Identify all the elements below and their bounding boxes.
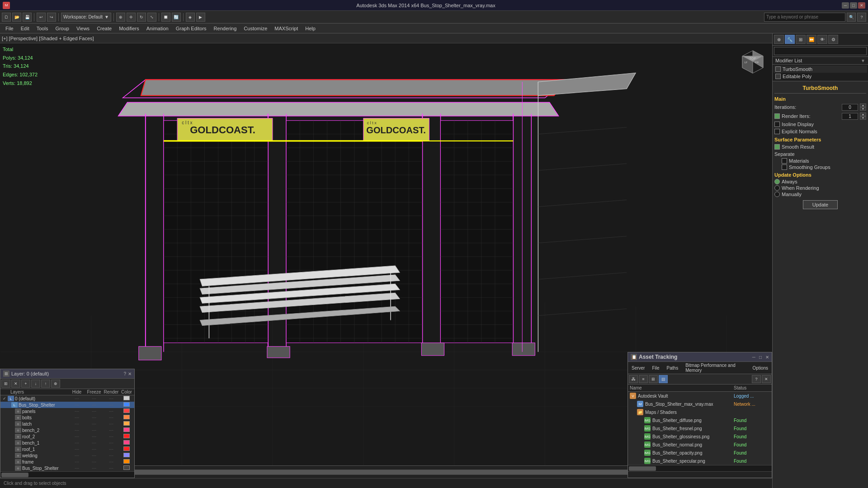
asset-menu-server[interactable]: Server	[628, 365, 648, 371]
menu-tools[interactable]: Tools	[33, 25, 52, 32]
ts-render-iters-spinner[interactable]: ▲ ▼	[860, 113, 866, 120]
modifier-list-expand[interactable]: ▼	[861, 58, 865, 63]
render-btn[interactable]: ▶	[196, 13, 205, 22]
asset-row-glossiness[interactable]: IMG Bus_Shelter_glossiness.png Found	[628, 432, 772, 441]
asset-menu-bitmap-perf[interactable]: Bitmap Performance and Memory	[682, 362, 749, 374]
minimize-btn[interactable]: ─	[842, 2, 849, 9]
asset-row-vault[interactable]: V Autodesk Vault Logged ...	[628, 392, 772, 400]
asset-icon-2[interactable]: ≡	[639, 375, 648, 383]
display-btn[interactable]: 👁	[817, 35, 827, 44]
layer-row-welding[interactable]: ○ welding ···· ···· ····	[0, 452, 134, 459]
menu-modifiers[interactable]: Modifiers	[115, 25, 143, 32]
ts-iterations-input[interactable]	[842, 104, 858, 111]
select-btn[interactable]: ⊕	[116, 13, 125, 22]
scale-btn[interactable]: ⤡	[147, 13, 156, 22]
menu-maxscript[interactable]: MAXScript	[271, 25, 302, 32]
layer-row-bench1[interactable]: ○ bench_1 ···· ···· ····	[0, 440, 134, 446]
open-btn[interactable]: 📂	[12, 13, 21, 22]
asset-row-maps[interactable]: 📁 Maps / Shaders	[628, 408, 772, 416]
layer-icon-btn6[interactable]: ⊕	[51, 380, 60, 388]
ts-smooth-result-checkbox[interactable]	[774, 144, 780, 150]
material-btn[interactable]: ◈	[186, 13, 195, 22]
asset-icon-3[interactable]: ⊞	[649, 375, 658, 383]
layer-icon-btn5[interactable]: ↑	[41, 380, 50, 388]
menu-views[interactable]: Views	[73, 25, 93, 32]
asset-icon-help[interactable]: ?	[752, 375, 761, 383]
ts-manually-radio[interactable]	[774, 192, 780, 197]
layer-row-latch[interactable]: ○ latch ···· ···· ····	[0, 421, 134, 427]
layer-row-busstopshelter[interactable]: L Bus_Stop_Shelter ···· ···· ····	[0, 402, 134, 408]
utilities-btn[interactable]: ⚙	[828, 35, 838, 44]
ts-smoothing-checkbox[interactable]	[782, 164, 787, 170]
asset-row-normal[interactable]: IMG Bus_Shelter_normal.png Found	[628, 441, 772, 449]
layer-row-bench2[interactable]: ○ bench_2 ···· ···· ····	[0, 427, 134, 433]
asset-icon-close2[interactable]: ✕	[762, 375, 771, 383]
menu-rendering[interactable]: Rendering	[210, 25, 241, 32]
rotate-btn[interactable]: ↻	[137, 13, 146, 22]
motion-btn[interactable]: ⏩	[807, 35, 816, 44]
snap-btn[interactable]: 🔲	[161, 13, 170, 22]
close-btn[interactable]: ✕	[858, 2, 865, 9]
menu-group[interactable]: Group	[52, 25, 73, 32]
ts-update-button[interactable]: Update	[803, 200, 838, 209]
asset-panel-close-btn[interactable]: ✕	[765, 355, 769, 360]
layer-hscroll[interactable]	[0, 471, 134, 478]
asset-hscroll[interactable]	[628, 465, 772, 471]
menu-help[interactable]: Help	[302, 25, 319, 32]
layer-panel-help-btn[interactable]: ?	[123, 371, 126, 376]
modifier-item-editablepoly[interactable]: Editable Poly	[774, 73, 867, 80]
question-btn[interactable]: ?	[857, 13, 866, 22]
ts-when-rendering-radio[interactable]	[774, 185, 780, 191]
ts-explicit-checkbox[interactable]	[774, 129, 780, 134]
ts-render-iters-input[interactable]	[842, 113, 858, 120]
layer-row-panels[interactable]: ○ panels ···· ···· ····	[0, 408, 134, 414]
asset-row-specular[interactable]: IMG Bus_Shelter_specular.png Found	[628, 457, 772, 465]
layer-row-bolts[interactable]: ○ bolts ···· ···· ····	[0, 414, 134, 421]
ts-isoline-checkbox[interactable]	[774, 122, 780, 127]
menu-create[interactable]: Create	[93, 25, 115, 32]
nav-cube[interactable]: TOP FR LF	[738, 47, 768, 77]
create-panel-btn[interactable]: ⊕	[774, 35, 784, 44]
search-btn[interactable]: 🔍	[847, 13, 856, 22]
asset-panel-restore-btn[interactable]: □	[759, 355, 762, 360]
layer-row-default[interactable]: ✓ L 0 (default) ···· ···· ····	[0, 395, 134, 402]
layer-icon-btn3[interactable]: +	[21, 380, 30, 388]
angle-snap-btn[interactable]: 🔄	[172, 13, 181, 22]
asset-row-opacity[interactable]: IMG Bus_Shelter_opacity.png Found	[628, 449, 772, 457]
menu-animation[interactable]: Animation	[143, 25, 172, 32]
layer-panel-close-btn[interactable]: ✕	[128, 371, 132, 376]
ts-render-iters-checkbox[interactable]	[774, 113, 780, 119]
asset-menu-file[interactable]: File	[648, 365, 663, 371]
hierarchy-btn[interactable]: ⊞	[796, 35, 806, 44]
asset-row-maxfile[interactable]: M Bus_Stop_Shelter_max_vray.max Network …	[628, 400, 772, 408]
object-name-input[interactable]: bench_1	[774, 47, 867, 55]
layer-row-frame[interactable]: ○ frame ···· ···· ····	[0, 459, 134, 465]
save-btn[interactable]: 💾	[23, 13, 32, 22]
layer-row-roof1[interactable]: ○ roof_1 ···· ···· ····	[0, 446, 134, 452]
undo-btn[interactable]: ↩	[37, 13, 46, 22]
asset-menu-options[interactable]: Options	[749, 365, 772, 371]
menu-file[interactable]: File	[2, 25, 17, 32]
workspace-dropdown[interactable]: Workspace: Default ▼	[61, 13, 111, 22]
ts-always-radio[interactable]	[774, 179, 780, 184]
asset-row-diffuse[interactable]: IMG Bus_Shelter_diffuse.png Found	[628, 416, 772, 424]
layer-icon-btn4[interactable]: ↓	[31, 380, 40, 388]
layer-row-busstop2[interactable]: ○ Bus_Stop_Shelter ···· ···· ····	[0, 465, 134, 471]
modifier-item-turbosmooth[interactable]: TurboSmooth	[774, 66, 867, 73]
modify-panel-btn[interactable]: 🔧	[785, 35, 795, 44]
asset-menu-paths[interactable]: Paths	[663, 365, 682, 371]
redo-btn[interactable]: ↪	[47, 13, 56, 22]
search-input[interactable]	[764, 13, 845, 22]
move-btn[interactable]: ✛	[127, 13, 136, 22]
menu-edit[interactable]: Edit	[17, 25, 33, 32]
asset-icon-4[interactable]: ▤	[659, 375, 668, 383]
asset-icon-1[interactable]: 🖧	[629, 375, 638, 383]
layer-row-roof2[interactable]: ○ roof_2 ···· ···· ····	[0, 433, 134, 440]
ts-materials-checkbox[interactable]	[782, 158, 787, 164]
asset-panel-minimize-btn[interactable]: ─	[752, 355, 755, 360]
menu-graph-editors[interactable]: Graph Editors	[172, 25, 210, 32]
layer-icon-btn2[interactable]: ✕	[11, 380, 20, 388]
menu-customize[interactable]: Customize	[240, 25, 271, 32]
asset-row-fresnel[interactable]: IMG Bus_Shelter_fresnel.png Found	[628, 424, 772, 432]
layer-icon-btn1[interactable]: ⊞	[1, 380, 10, 388]
